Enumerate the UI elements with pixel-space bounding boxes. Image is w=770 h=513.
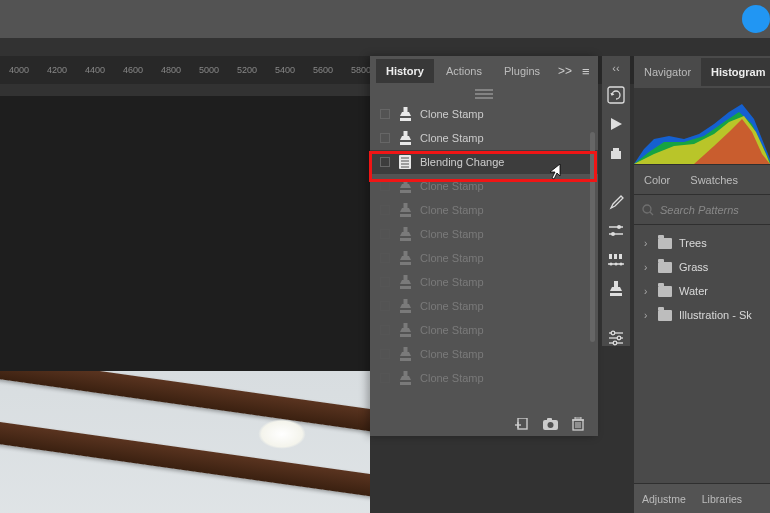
patterns-search[interactable]: Search Patterns: [634, 194, 770, 224]
document-icon: [398, 155, 412, 169]
svg-point-43: [617, 225, 621, 229]
patterns-tree: ›Trees›Grass›Water›Illustration - Sk: [634, 224, 770, 333]
folder-icon: [658, 286, 672, 297]
history-item[interactable]: Clone Stamp: [370, 222, 598, 246]
clone-stamp-icon: [398, 203, 412, 218]
history-item-label: Clone Stamp: [420, 372, 484, 384]
search-placeholder: Search Patterns: [660, 204, 739, 216]
collapsed-panel-dock: ‹‹: [602, 56, 630, 346]
history-item[interactable]: Clone Stamp: [370, 102, 598, 126]
history-item[interactable]: Clone Stamp: [370, 342, 598, 366]
svg-point-52: [620, 262, 623, 265]
tab-histogram[interactable]: Histogram: [701, 58, 770, 86]
pattern-folder-item[interactable]: ›Grass: [634, 255, 770, 279]
svg-rect-20: [400, 310, 411, 313]
history-visibility-toggle[interactable]: [380, 205, 390, 215]
account-avatar[interactable]: [742, 5, 770, 33]
history-item[interactable]: Clone Stamp: [370, 294, 598, 318]
tab-color[interactable]: Color: [634, 167, 680, 193]
history-list: Clone StampClone StampBlending ChangeClo…: [370, 102, 598, 412]
svg-point-58: [617, 336, 621, 340]
sliders-icon[interactable]: [606, 223, 626, 240]
levels-icon[interactable]: [606, 251, 626, 268]
ruler-tick: 5600: [304, 65, 342, 75]
create-snapshot-icon[interactable]: [543, 418, 558, 430]
delete-state-icon[interactable]: [572, 417, 584, 431]
history-visibility-toggle[interactable]: [380, 109, 390, 119]
history-visibility-toggle[interactable]: [380, 229, 390, 239]
history-visibility-toggle[interactable]: [380, 349, 390, 359]
clone-stamp-icon: [398, 371, 412, 386]
svg-rect-31: [547, 418, 552, 421]
history-item[interactable]: Clone Stamp: [370, 270, 598, 294]
history-item-label: Clone Stamp: [420, 180, 484, 192]
history-visibility-toggle[interactable]: [380, 181, 390, 191]
history-visibility-toggle[interactable]: [380, 157, 390, 167]
history-snapshot-bar[interactable]: [370, 86, 598, 102]
svg-rect-38: [575, 417, 581, 419]
history-item[interactable]: Clone Stamp: [370, 198, 598, 222]
pattern-folder-item[interactable]: ›Trees: [634, 231, 770, 255]
pattern-folder-item[interactable]: ›Illustration - Sk: [634, 303, 770, 327]
svg-rect-2: [403, 131, 407, 136]
pattern-folder-label: Illustration - Sk: [679, 309, 752, 321]
brush-icon[interactable]: [606, 194, 626, 211]
svg-rect-3: [400, 142, 411, 145]
panel-menu-icon[interactable]: ≡: [578, 64, 594, 79]
history-item[interactable]: Clone Stamp: [370, 174, 598, 198]
tab-libraries[interactable]: Libraries: [694, 486, 750, 512]
ruler-tick: 4800: [152, 65, 190, 75]
tab-swatches[interactable]: Swatches: [680, 167, 748, 193]
tab-adjustments[interactable]: Adjustme: [634, 486, 694, 512]
svg-rect-39: [608, 87, 624, 103]
svg-rect-16: [400, 262, 411, 265]
svg-point-51: [615, 262, 618, 265]
history-item[interactable]: Clone Stamp: [370, 318, 598, 342]
history-item-label: Clone Stamp: [420, 204, 484, 216]
clone-stamp-icon: [398, 107, 412, 122]
history-item[interactable]: Clone Stamp: [370, 366, 598, 390]
history-visibility-toggle[interactable]: [380, 277, 390, 287]
history-item-label: Clone Stamp: [420, 132, 484, 144]
collapse-arrows-icon[interactable]: ‹‹: [612, 62, 619, 74]
bottom-tabs: Adjustme Libraries: [634, 483, 770, 513]
scrollbar[interactable]: [590, 132, 595, 342]
svg-rect-15: [403, 251, 407, 256]
chevron-right-icon: ›: [644, 310, 651, 321]
play-icon[interactable]: [606, 116, 626, 133]
svg-rect-46: [609, 254, 612, 259]
history-visibility-toggle[interactable]: [380, 373, 390, 383]
svg-line-62: [650, 212, 653, 215]
adjustments-icon[interactable]: [606, 329, 626, 346]
app-toolbar: [0, 0, 770, 38]
svg-rect-24: [400, 358, 411, 361]
ruler-tick: 5400: [266, 65, 304, 75]
svg-rect-26: [400, 382, 411, 385]
ceiling-beam: [0, 371, 370, 432]
history-visibility-toggle[interactable]: [380, 253, 390, 263]
tab-history[interactable]: History: [376, 59, 434, 83]
svg-rect-11: [403, 203, 407, 208]
history-item[interactable]: Clone Stamp: [370, 126, 598, 150]
tab-navigator[interactable]: Navigator: [634, 58, 701, 86]
stamp-tool-icon[interactable]: [606, 280, 626, 297]
history-item[interactable]: Clone Stamp: [370, 246, 598, 270]
svg-rect-40: [611, 151, 621, 159]
tab-actions[interactable]: Actions: [436, 59, 492, 83]
new-document-from-state-icon[interactable]: [515, 418, 529, 431]
history-visibility-toggle[interactable]: [380, 133, 390, 143]
ruler-tick: 4000: [0, 65, 38, 75]
history-visibility-toggle[interactable]: [380, 325, 390, 335]
pattern-folder-item[interactable]: ›Water: [634, 279, 770, 303]
chevron-right-icon: ›: [644, 238, 651, 249]
right-panel-group: Navigator Histogram Color Swatches Searc…: [634, 56, 770, 513]
tab-plugins[interactable]: Plugins: [494, 59, 550, 83]
canvas-background: [0, 96, 370, 513]
document-image[interactable]: [0, 371, 370, 513]
history-swirl-icon[interactable]: [606, 86, 626, 104]
expand-panels-icon[interactable]: >>: [554, 64, 576, 78]
ruler-tick: 4600: [114, 65, 152, 75]
building-icon[interactable]: [606, 145, 626, 162]
history-visibility-toggle[interactable]: [380, 301, 390, 311]
history-item[interactable]: Blending Change: [370, 150, 598, 174]
